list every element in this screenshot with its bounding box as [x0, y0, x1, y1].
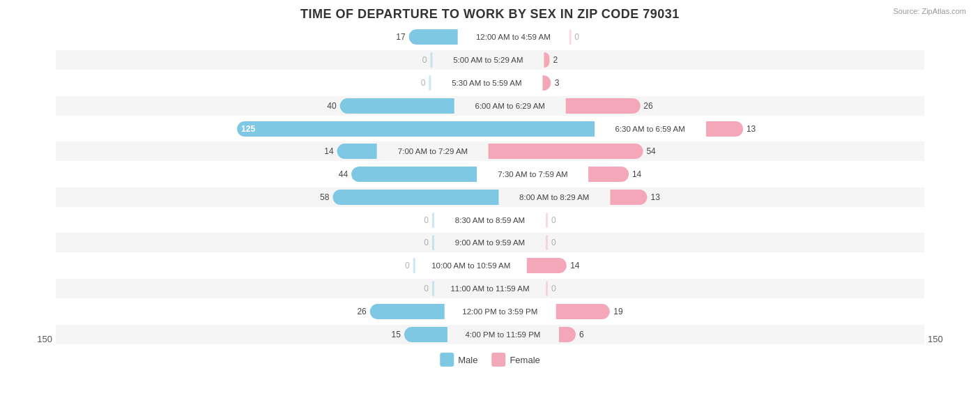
chart-row: 05:30 AM to 5:59 AM3 — [56, 73, 924, 93]
bar-male: 26 — [370, 304, 445, 319]
row-center: 406:00 AM to 6:29 AM26 — [340, 98, 641, 114]
time-label: 8:30 AM to 8:59 AM — [434, 216, 546, 224]
bar-female: 26 — [566, 98, 641, 114]
male-value: 58 — [320, 192, 332, 202]
bar-male: 58 — [332, 190, 498, 205]
chart-row: 09:00 AM to 9:59 AM0 — [56, 233, 924, 252]
source-label: Source: ZipAtlas.com — [893, 7, 966, 15]
bar-female: 19 — [556, 304, 610, 319]
chart-row: 147:00 AM to 7:29 AM54 — [56, 141, 924, 161]
bar-male: 0 — [432, 213, 434, 228]
bar-female: 14 — [589, 167, 629, 182]
bar-male: 0 — [429, 75, 431, 91]
y-axis-right-top — [924, 26, 931, 29]
bar-male: 17 — [409, 29, 458, 45]
chart-row: 2612:00 PM to 3:59 PM19 — [56, 302, 924, 321]
y-axis-left-top — [49, 26, 56, 29]
legend: Male Female — [440, 353, 540, 367]
row-center: 011:00 AM to 11:59 AM0 — [432, 281, 548, 296]
time-label: 4:00 PM to 11:59 PM — [447, 330, 558, 339]
legend-male-label: Male — [458, 355, 477, 365]
male-value: 26 — [357, 307, 369, 316]
time-label: 10:00 AM to 10:59 AM — [415, 261, 527, 270]
bar-female: 0 — [546, 281, 548, 296]
legend-male: Male — [440, 353, 477, 367]
bar-male: 0 — [430, 52, 432, 68]
row-center: 1256:30 AM to 6:59 AM13 — [237, 121, 743, 137]
bar-male: 15 — [404, 327, 447, 342]
time-label: 6:30 AM to 6:59 AM — [595, 125, 706, 133]
y-axis-right-bottom: 150 — [924, 332, 947, 346]
bar-female: 6 — [558, 327, 576, 342]
chart-row: 010:00 AM to 10:59 AM14 — [56, 256, 924, 275]
legend-female-label: Female — [510, 355, 539, 365]
female-value: 6 — [576, 330, 584, 339]
female-value: 3 — [551, 78, 560, 88]
male-value: 0 — [421, 78, 429, 88]
row-center: 1712:00 AM to 4:59 AM0 — [409, 29, 572, 45]
bar-female: 14 — [527, 258, 567, 273]
male-swatch — [440, 353, 454, 367]
female-value: 54 — [643, 146, 655, 156]
bar-male: 14 — [337, 144, 377, 159]
row-center: 154:00 PM to 11:59 PM6 — [404, 327, 576, 342]
legend-female: Female — [491, 353, 539, 367]
male-value: 125 — [241, 124, 255, 134]
chart-container: TIME OF DEPARTURE TO WORK BY SEX IN ZIP … — [0, 0, 980, 414]
row-center: 588:00 AM to 8:29 AM13 — [332, 190, 647, 205]
female-value: 0 — [548, 215, 556, 225]
row-center: 08:30 AM to 8:59 AM0 — [432, 213, 548, 228]
row-center: 05:00 AM to 5:29 AM2 — [430, 52, 549, 68]
male-value: 17 — [396, 32, 408, 42]
bar-male: 0 — [432, 281, 434, 296]
female-value: 19 — [610, 307, 622, 316]
y-axis-left: 150 — [14, 26, 56, 346]
row-center: 2612:00 PM to 3:59 PM19 — [370, 304, 610, 319]
chart-row: 447:30 AM to 7:59 AM14 — [56, 164, 924, 184]
row-center: 010:00 AM to 10:59 AM14 — [413, 258, 567, 273]
male-value: 0 — [424, 284, 432, 293]
time-label: 5:30 AM to 5:59 AM — [431, 79, 542, 87]
bar-female: 54 — [489, 144, 643, 159]
male-value: 14 — [324, 146, 337, 156]
bar-male: 0 — [413, 258, 415, 273]
female-value: 13 — [743, 124, 756, 134]
male-value: 15 — [392, 330, 404, 339]
time-label: 12:00 AM to 4:59 AM — [457, 33, 569, 41]
male-value: 0 — [424, 238, 432, 247]
chart-title: TIME OF DEPARTURE TO WORK BY SEX IN ZIP … — [14, 7, 966, 22]
time-label: 12:00 PM to 3:59 PM — [444, 307, 556, 316]
chart-row: 08:30 AM to 8:59 AM0 — [56, 210, 924, 230]
time-label: 7:30 AM to 7:59 AM — [477, 170, 589, 178]
row-center: 147:00 AM to 7:29 AM54 — [337, 144, 643, 159]
time-label: 8:00 AM to 8:29 AM — [498, 193, 610, 201]
bars-area: 1712:00 AM to 4:59 AM005:00 AM to 5:29 A… — [56, 26, 924, 346]
bar-female: 2 — [544, 52, 549, 68]
chart-row: 588:00 AM to 8:29 AM13 — [56, 187, 924, 207]
row-center: 05:30 AM to 5:59 AM3 — [429, 75, 551, 91]
male-value: 44 — [339, 169, 351, 179]
y-axis-left-bottom: 150 — [33, 332, 56, 346]
female-value: 14 — [629, 169, 641, 179]
bar-female: 0 — [546, 213, 548, 228]
chart-row: 154:00 PM to 11:59 PM6 — [56, 325, 924, 344]
chart-row: 011:00 AM to 11:59 AM0 — [56, 279, 924, 298]
male-value: 0 — [422, 55, 431, 65]
chart-row: 1256:30 AM to 6:59 AM13 — [56, 119, 924, 139]
bar-male: 44 — [351, 167, 477, 182]
female-value: 14 — [567, 261, 579, 270]
bar-female: 13 — [610, 190, 647, 205]
time-label: 7:00 AM to 7:29 AM — [377, 147, 489, 155]
chart-row: 05:00 AM to 5:29 AM2 — [56, 50, 924, 70]
female-swatch — [491, 353, 505, 367]
bar-female: 3 — [542, 75, 551, 91]
female-value: 13 — [648, 192, 660, 202]
bar-male: 0 — [432, 235, 434, 250]
row-center: 09:00 AM to 9:59 AM0 — [432, 235, 548, 250]
time-label: 5:00 AM to 5:29 AM — [432, 56, 544, 64]
female-value: 2 — [550, 55, 558, 65]
bar-male: 125 — [237, 121, 595, 137]
female-value: 0 — [571, 32, 579, 42]
time-label: 9:00 AM to 9:59 AM — [434, 238, 546, 247]
male-value: 0 — [424, 215, 432, 225]
